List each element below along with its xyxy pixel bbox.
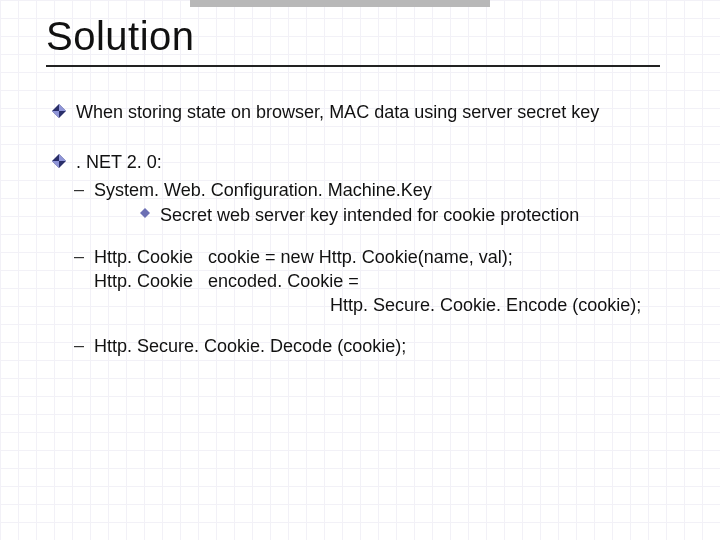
slide-title: Solution xyxy=(46,14,660,59)
slide-body: When storing state on browser, MAC data … xyxy=(52,101,700,359)
diamond-icon xyxy=(52,154,66,178)
subsub-item: Secret web server key intended for cooki… xyxy=(140,204,700,228)
small-diamond-icon xyxy=(140,208,150,232)
sub-item: – System. Web. Configuration. Machine.Ke… xyxy=(74,179,700,229)
svg-marker-5 xyxy=(52,161,59,168)
sub-text: Http. Secure. Cookie. Decode (cookie); xyxy=(94,335,406,359)
bullet-text: When storing state on browser, MAC data … xyxy=(76,101,599,125)
slide: Solution When storing state on browser, … xyxy=(0,0,720,540)
code-line: Http. Cookie cookie = new Http. Cookie(n… xyxy=(94,246,700,270)
svg-marker-2 xyxy=(52,111,59,118)
code-line: Http. Secure. Cookie. Encode (cookie); xyxy=(210,294,700,318)
title-underline: Solution xyxy=(46,14,660,67)
bullet-item: . NET 2. 0: xyxy=(52,151,700,175)
diamond-icon xyxy=(52,104,66,128)
bullet-item: When storing state on browser, MAC data … xyxy=(52,101,700,125)
svg-marker-4 xyxy=(59,154,66,161)
sub-item: – Http. Secure. Cookie. Decode (cookie); xyxy=(74,335,700,359)
svg-marker-1 xyxy=(59,104,66,111)
sub-text: System. Web. Configuration. Machine.Key xyxy=(94,179,700,203)
dash-icon: – xyxy=(74,335,84,359)
svg-marker-6 xyxy=(140,208,150,218)
dash-icon: – xyxy=(74,179,84,229)
code-line: Http. Cookie encoded. Cookie = xyxy=(94,270,700,294)
bullet-text: . NET 2. 0: xyxy=(76,151,162,175)
subsub-text: Secret web server key intended for cooki… xyxy=(160,204,579,228)
sub-item: – Http. Cookie cookie = new Http. Cookie… xyxy=(74,246,700,317)
dash-icon: – xyxy=(74,246,84,317)
